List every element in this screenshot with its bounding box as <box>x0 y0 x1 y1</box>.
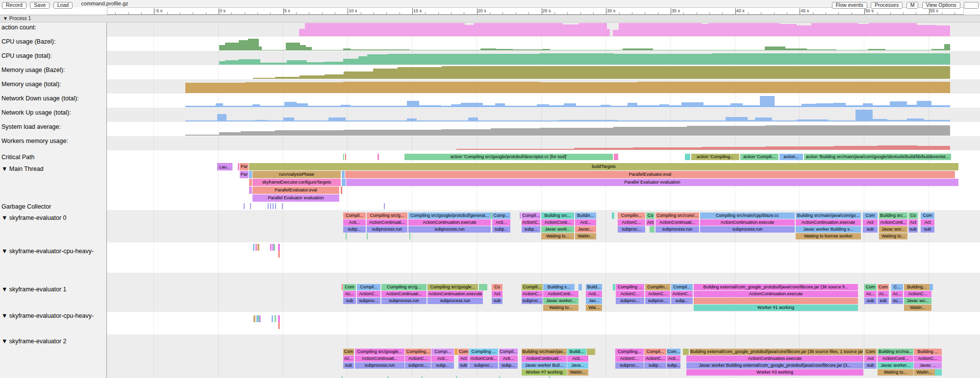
track-label-sky0[interactable]: ▼ skyframe-evaluator 0 <box>1 214 67 221</box>
trace-slice[interactable] <box>272 315 273 322</box>
trace-slice[interactable]: Javac work... <box>541 226 574 233</box>
track-label-cpu-heavy-2[interactable]: ▼ skyframe-evaluator-cpu-heavy- <box>1 312 94 319</box>
trace-slice[interactable]: C... <box>891 284 903 290</box>
trace-slice[interactable]: Building src/main/java/com/go... <box>796 213 861 219</box>
trace-slice[interactable]: Act <box>646 219 654 226</box>
trace-slice[interactable]: Act <box>921 219 934 226</box>
load-button[interactable]: Load <box>53 2 73 9</box>
trace-slice[interactable]: Javac worker Building s... <box>796 226 861 233</box>
trace-slice[interactable]: action... <box>779 154 803 160</box>
trace-slice[interactable]: Acti... <box>575 219 596 226</box>
trace-slice[interactable]: subprocess.run <box>355 362 404 369</box>
trace-slice[interactable] <box>270 244 272 251</box>
trace-slice[interactable]: subprocess.run <box>427 298 483 304</box>
trace-slice[interactable] <box>377 154 379 160</box>
trace-slice[interactable] <box>278 251 280 258</box>
trace-slice[interactable] <box>479 284 487 290</box>
trace-slice[interactable]: Javac worker... <box>543 298 578 304</box>
trace-slice[interactable]: Compiling src/core/... <box>655 213 699 219</box>
track-label-main-thread[interactable]: ▼ Main Thread <box>1 165 44 172</box>
metadata-button[interactable]: M <box>906 2 919 9</box>
trace-slice[interactable]: Par <box>240 163 249 170</box>
trace-slice[interactable] <box>250 203 251 209</box>
trace-slice[interactable]: subp... <box>667 362 680 369</box>
trace-slice[interactable]: Compilin... <box>645 284 670 290</box>
track-label-sky2[interactable]: ▼ skyframe-evaluator 2 <box>1 338 67 345</box>
trace-slice[interactable] <box>253 244 254 251</box>
trace-slice[interactable] <box>387 376 388 378</box>
trace-slice[interactable]: Waiting to... <box>879 233 907 239</box>
trace-slice[interactable]: ActionC... <box>616 291 644 297</box>
trace-slice[interactable] <box>587 349 595 355</box>
record-button[interactable]: Record <box>2 2 26 9</box>
trace-slice[interactable] <box>259 315 261 322</box>
trace-slice[interactable]: ActionContinuati... <box>522 355 567 362</box>
trace-slice[interactable]: Waiting to... <box>541 233 574 239</box>
trace-slice[interactable]: Act <box>908 219 918 226</box>
trace-slice[interactable]: Acti... <box>343 219 366 226</box>
trace-slice[interactable]: Build... <box>586 284 602 290</box>
trace-slice[interactable]: Comp... <box>492 213 510 219</box>
trace-slice[interactable]: Parallel Evaluator evaluation <box>252 194 339 202</box>
trace-slice[interactable]: Lau... <box>217 163 232 170</box>
trace-slice[interactable]: Waiting to... <box>543 305 578 311</box>
track-label-cpu-heavy-1[interactable]: ▼ skyframe-evaluator-cpu-heavy- <box>1 248 94 255</box>
trace-slice[interactable]: Co <box>492 284 503 290</box>
trace-slice[interactable]: subproc... <box>405 362 431 369</box>
trace-slice[interactable]: Building... <box>904 284 930 290</box>
trace-slice[interactable] <box>343 154 344 160</box>
process-header[interactable]: ▼ Process 1 <box>0 15 980 23</box>
trace-slice[interactable]: Ac... <box>343 291 356 297</box>
trace-slice[interactable]: Act <box>863 219 878 226</box>
trace-slice[interactable]: Buildin... <box>575 213 596 219</box>
trace-slice[interactable]: Compiling src/google/protobuf/generat... <box>408 213 491 219</box>
trace-slice[interactable]: Compiling ... <box>469 349 498 355</box>
trace-slice[interactable]: subprocess.run <box>367 226 407 233</box>
trace-slice[interactable]: Compiling src/google... <box>355 349 404 355</box>
extra-button-stub[interactable] <box>964 2 979 9</box>
trace-slice[interactable]: subp... <box>431 362 454 369</box>
trace-slice[interactable] <box>578 284 582 290</box>
trace-slice[interactable]: ActionContinuation.execute <box>427 291 483 297</box>
trace-slice[interactable]: subp... <box>499 362 518 369</box>
trace-slice[interactable]: Com <box>343 349 354 355</box>
trace-slice[interactable]: Act <box>458 355 469 362</box>
trace-slice[interactable]: Compi... <box>431 349 454 355</box>
trace-slice[interactable]: subprocess.run <box>381 298 427 304</box>
trace-slice[interactable]: Compil... <box>357 284 380 290</box>
trace-slice[interactable] <box>520 213 521 219</box>
trace-slice[interactable]: Javac worker Buil... <box>522 362 567 369</box>
trace-slice[interactable]: subprocess.run <box>700 226 795 233</box>
trace-slice[interactable] <box>935 369 942 376</box>
trace-slice[interactable]: subproc... <box>522 298 543 304</box>
trace-slice[interactable]: ParallelEvaluator.eval <box>345 171 955 178</box>
trace-slice[interactable]: subp... <box>492 226 510 233</box>
trace-slice[interactable]: Acti... <box>492 219 510 226</box>
trace-slice[interactable] <box>273 203 274 209</box>
trace-slice[interactable]: sub <box>878 298 889 304</box>
trace-slice[interactable] <box>278 322 280 329</box>
trace-slice[interactable]: subproc... <box>645 298 670 304</box>
trace-slice[interactable]: Com <box>458 349 469 355</box>
trace-slice[interactable]: Acti... <box>586 291 602 297</box>
trace-slice[interactable]: Compilin... <box>618 213 645 219</box>
trace-slice[interactable] <box>456 376 457 378</box>
trace-slice[interactable]: Compil... <box>499 349 518 355</box>
trace-slice[interactable]: sub <box>343 362 354 369</box>
trace-slice[interactable] <box>342 284 343 290</box>
trace-slice[interactable]: Par <box>240 171 249 178</box>
trace-slice[interactable]: ActionC... <box>618 219 645 226</box>
trace-slice[interactable] <box>422 376 423 378</box>
trace-slice[interactable]: ActionC... <box>645 291 670 297</box>
trace-slice[interactable]: Compiling ... <box>616 284 644 290</box>
trace-slice[interactable]: Compil... <box>671 284 693 290</box>
trace-slice[interactable] <box>238 163 239 170</box>
trace-slice[interactable]: ActionC... <box>615 355 644 362</box>
trace-slice[interactable] <box>930 284 933 290</box>
trace-slice[interactable]: Building external/com_google_protobuf/ja… <box>690 349 863 355</box>
trace-slice[interactable]: ActionC... <box>671 291 693 297</box>
trace-slice[interactable] <box>253 315 255 322</box>
trace-slice[interactable]: Wai... <box>586 305 602 311</box>
trace-slice[interactable]: Acti... <box>431 355 454 362</box>
trace-slice[interactable]: Compiling... <box>405 349 431 355</box>
